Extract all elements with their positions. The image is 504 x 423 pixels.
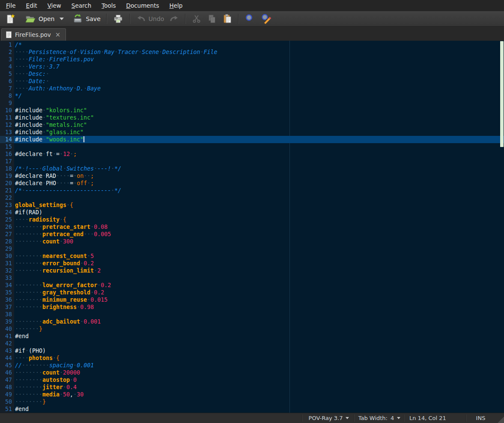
- code-line: //········spacing·0.001: [14, 362, 504, 369]
- text-editor: 1234567891011121314151617181920212223242…: [0, 41, 504, 413]
- tab-width-selector[interactable]: Tab Width: 4: [356, 413, 403, 423]
- new-document-button[interactable]: [3, 12, 18, 25]
- code-line: #if(RAD): [14, 209, 504, 216]
- menu-documents[interactable]: Documents: [121, 0, 164, 11]
- tab-fireflies[interactable]: FireFlies.pov ×: [1, 28, 66, 41]
- line-number: 30: [0, 252, 14, 260]
- menu-help[interactable]: Help: [164, 0, 188, 11]
- line-number: 15: [0, 143, 14, 150]
- line-number: 39: [0, 318, 14, 325]
- save-button-label: Save: [86, 15, 100, 22]
- code-line: #include·"kolors.inc": [14, 107, 504, 114]
- open-folder-icon: [25, 14, 36, 24]
- save-icon: [72, 14, 83, 24]
- save-button[interactable]: Save: [70, 12, 103, 25]
- code-line: ········autostop·0: [14, 376, 504, 384]
- undo-button-label: Undo: [149, 15, 164, 22]
- code-line: #declare·RAD····=·on··;: [14, 172, 504, 180]
- paste-icon: [222, 14, 233, 24]
- vertical-scrollbar[interactable]: [500, 41, 504, 413]
- line-number: 29: [0, 245, 14, 252]
- toolbar-separator: [185, 14, 186, 24]
- menu-edit[interactable]: Edit: [21, 0, 42, 11]
- line-number: 33: [0, 274, 14, 282]
- code-line: global_settings·{: [14, 201, 504, 209]
- code-line: ········adc_bailout·0.001: [14, 318, 504, 325]
- code-line: ········low_error_factor·0.2: [14, 282, 504, 289]
- code-line: #include·"textures.inc": [14, 114, 504, 121]
- code-line: ········minimum_reuse·0.015: [14, 296, 504, 303]
- tab-close-icon[interactable]: ×: [54, 32, 62, 38]
- line-number: 4: [0, 63, 14, 70]
- paste-button[interactable]: [220, 12, 235, 25]
- line-number: 34: [0, 282, 14, 289]
- menu-tools[interactable]: Tools: [96, 0, 121, 11]
- code-line: ········pretrace_end···0.005: [14, 231, 504, 238]
- line-number: 28: [0, 238, 14, 245]
- line-number: 5: [0, 70, 14, 78]
- code-line: /*·-------------------------·*/: [14, 187, 504, 194]
- line-number: 43: [0, 347, 14, 354]
- menu-search[interactable]: Search: [66, 0, 96, 11]
- line-number: 42: [0, 340, 14, 347]
- line-number: 38: [0, 311, 14, 318]
- cut-button[interactable]: [189, 12, 204, 25]
- redo-icon: [169, 14, 179, 24]
- code-line: [14, 311, 504, 318]
- new-document-icon: [5, 14, 15, 24]
- code-line: [14, 158, 504, 165]
- language-selector[interactable]: POV-Ray 3.7: [305, 413, 353, 423]
- line-number: 36: [0, 296, 14, 303]
- line-number: 14: [0, 136, 14, 143]
- line-number: 45: [0, 362, 14, 369]
- code-line: #end: [14, 405, 504, 413]
- line-number: 8: [0, 92, 14, 99]
- scrollbar-thumb[interactable]: [500, 41, 504, 147]
- line-number-gutter[interactable]: 1234567891011121314151617181920212223242…: [0, 41, 14, 413]
- find-replace-button[interactable]: [258, 12, 274, 25]
- menu-file[interactable]: File: [1, 0, 21, 11]
- find-icon: [245, 13, 255, 24]
- resize-grip[interactable]: [498, 417, 504, 423]
- status-bar: POV-Ray 3.7 Tab Width: 4 Ln 14, Col 21 I…: [0, 413, 504, 423]
- code-line: ········recursion_limit·2: [14, 267, 504, 274]
- find-button[interactable]: [242, 12, 258, 25]
- copy-icon: [207, 14, 217, 24]
- code-line: ········count·300: [14, 238, 504, 245]
- line-number: 40: [0, 325, 14, 333]
- open-dropdown-icon[interactable]: [60, 18, 64, 20]
- code-area[interactable]: /*····Persistence·of·Vision·Ray·Tracer·S…: [14, 41, 504, 413]
- statusbar-separator: [302, 414, 303, 422]
- redo-button[interactable]: [167, 12, 182, 25]
- open-button[interactable]: Open: [22, 12, 57, 25]
- statusbar-separator: [403, 414, 404, 422]
- code-line: [14, 274, 504, 282]
- line-number: 25: [0, 216, 14, 223]
- line-number: 50: [0, 398, 14, 405]
- line-number: 21: [0, 187, 14, 194]
- line-number: 12: [0, 121, 14, 129]
- code-line: ········error_bound·0.2: [14, 260, 504, 267]
- line-number: 18: [0, 165, 14, 172]
- copy-button[interactable]: [204, 12, 220, 25]
- line-number: 32: [0, 267, 14, 274]
- line-number: 9: [0, 99, 14, 107]
- cursor-position: Ln 14, Col 21: [409, 413, 446, 423]
- print-button[interactable]: [110, 12, 126, 25]
- line-number: 3: [0, 56, 14, 63]
- menu-view[interactable]: View: [42, 0, 66, 11]
- line-number: 2: [0, 48, 14, 56]
- code-line: ····Persistence·of·Vision·Ray·Tracer·Sce…: [14, 48, 504, 56]
- code-line: ········brightness·0.98: [14, 303, 504, 311]
- line-number: 48: [0, 384, 14, 391]
- code-line: ····radiosity·{: [14, 216, 504, 223]
- code-line: /*: [14, 41, 504, 48]
- line-number: 16: [0, 150, 14, 158]
- undo-button[interactable]: Undo: [133, 12, 167, 25]
- line-number: 49: [0, 391, 14, 398]
- chevron-down-icon: [346, 417, 349, 419]
- cut-icon: [191, 14, 202, 24]
- undo-icon: [136, 14, 146, 24]
- tab-bar: FireFlies.pov ×: [0, 27, 504, 41]
- open-button-label: Open: [39, 15, 54, 22]
